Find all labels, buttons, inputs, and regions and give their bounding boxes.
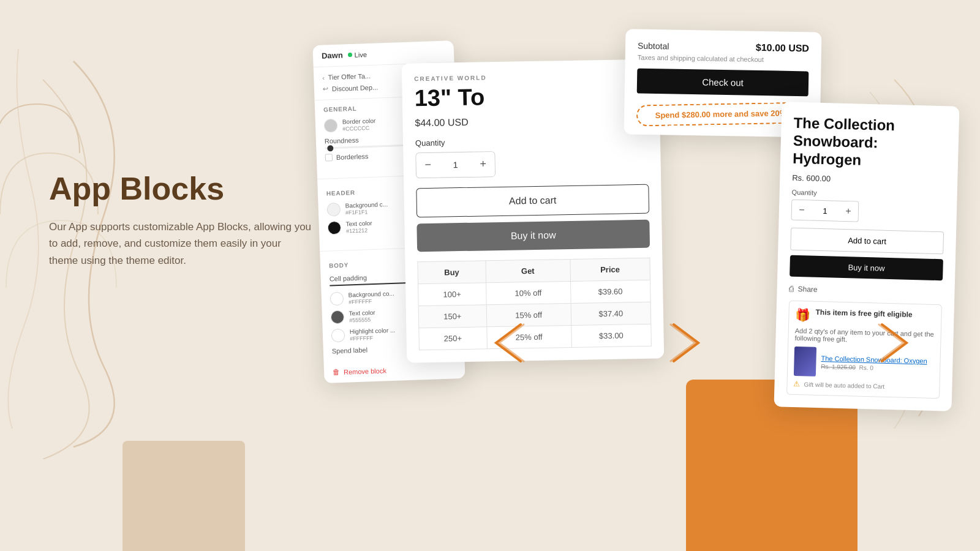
orange-arrow-right: [662, 318, 710, 367]
border-color-label: Border color: [342, 118, 376, 126]
header-text-value: #121212: [346, 227, 372, 234]
page-title: App Blocks: [49, 171, 312, 206]
body-bg-info: Background co... #FFFFFF: [349, 290, 395, 305]
tier-buy-3: 250+: [419, 327, 487, 350]
detail-qty-plus[interactable]: +: [839, 201, 859, 222]
header-bg-info: Background c... #F1F1F1: [345, 201, 388, 216]
product-price: $44.00 USD: [415, 114, 647, 129]
nav-discount-icon: ↩: [323, 84, 328, 92]
detail-title: The Collection Snowboard: Hydrogen: [793, 114, 947, 171]
quantity-label: Quantity: [415, 134, 648, 148]
live-dot: [348, 53, 352, 57]
body-highlight-value: #FFFFFF: [350, 334, 396, 342]
nav-back-icon: ‹: [322, 74, 325, 81]
border-color-value: #CCCCCC: [342, 125, 376, 132]
detail-qty-control: − 1 +: [791, 200, 859, 222]
body-text-label: Text color: [349, 309, 375, 317]
qty-plus-button[interactable]: +: [471, 152, 495, 177]
nav-discount-label: Discount Dep...: [332, 83, 379, 92]
borderless-checkbox[interactable]: [325, 154, 333, 161]
border-color-swatch[interactable]: [324, 119, 338, 133]
quantity-control: − 1 +: [415, 151, 496, 178]
tier-price-1: $39.60: [570, 280, 650, 303]
gift-product-image: [794, 347, 816, 377]
nav-tier-label: Tier Offer Ta...: [328, 72, 371, 81]
header-bg-swatch[interactable]: [326, 203, 341, 217]
body-bg-swatch[interactable]: [330, 292, 344, 306]
live-label: Live: [354, 51, 367, 59]
header-text-info: Text color #121212: [345, 220, 372, 234]
remove-block-label: Remove block: [344, 367, 386, 375]
tier-table: Buy Get Price 100+ 10% off $39.60 150+ 1…: [417, 257, 651, 350]
detail-card: The Collection Snowboard: Hydrogen Rs. 6…: [774, 102, 960, 411]
gift-warning: ⚠ Gift will be auto added to Cart: [793, 380, 933, 392]
header-bg-value: #F1F1F1: [345, 208, 388, 216]
cart-subtotal-row: Subtotal $10.00 USD: [638, 40, 809, 54]
detail-qty-minus[interactable]: −: [792, 200, 812, 220]
product-brand: CREATIVE WORLD: [414, 72, 647, 83]
tier-buy-1: 100+: [418, 283, 486, 306]
tier-price-3: $33.00: [571, 324, 651, 347]
body-bg-value: #FFFFFF: [349, 298, 394, 305]
cart-taxes: Taxes and shipping calculated at checkou…: [638, 54, 809, 64]
live-badge: Live: [347, 51, 367, 59]
tier-buy-2: 150+: [418, 305, 486, 328]
gift-product-info: The Collection Snowboard: Oxygen Rs. 1,9…: [821, 354, 927, 373]
qty-minus-button[interactable]: −: [416, 152, 440, 178]
tier-get-2: 15% off: [486, 303, 571, 326]
bg-tan-block: [123, 441, 245, 551]
gift-sale-price: Rs. 0: [859, 364, 873, 372]
cart-subtotal-value: $10.00 USD: [756, 42, 809, 54]
border-color-info: Border color #CCCCCC: [342, 118, 376, 132]
detail-add-to-cart-button[interactable]: Add to cart: [790, 228, 944, 255]
body-text-swatch[interactable]: [331, 310, 345, 324]
header-text-label: Text color: [345, 220, 372, 228]
gift-warning-text: Gift will be auto added to Cart: [804, 381, 884, 389]
borderless-label: Borderless: [336, 152, 369, 161]
trash-icon: 🗑: [333, 368, 340, 377]
tier-header-buy: Buy: [418, 261, 486, 284]
share-label: Share: [797, 285, 817, 294]
gift-header: 🎁 This item is free gift eligible: [795, 307, 935, 326]
gift-title: This item is free gift eligible: [815, 308, 912, 319]
gift-product-price: Rs. 1,925.00 Rs. 0: [821, 363, 927, 373]
detail-price: Rs. 600.00: [792, 173, 945, 187]
body-highlight-swatch[interactable]: [331, 329, 345, 343]
tier-price-2: $37.40: [571, 302, 651, 325]
share-icon: ⎙: [789, 284, 794, 293]
warning-icon: ⚠: [793, 380, 800, 388]
cart-subtotal-label: Subtotal: [638, 41, 669, 51]
gift-icon: 🎁: [795, 307, 811, 323]
add-to-cart-button[interactable]: Add to cart: [416, 184, 649, 217]
qty-value: 1: [440, 160, 472, 170]
body-text-value: #555555: [349, 317, 375, 323]
buy-now-button[interactable]: Buy it now: [417, 219, 650, 252]
tier-get-3: 25% off: [486, 325, 571, 348]
tier-header-get: Get: [485, 259, 570, 282]
table-row: 250+ 25% off $33.00: [419, 324, 652, 350]
gift-box: 🎁 This item is free gift eligible Add 2 …: [786, 301, 942, 399]
body-highlight-info: Highlight color ... #FFFFFF: [350, 327, 396, 342]
roundness-thumb: [327, 145, 333, 151]
gift-product-row: The Collection Snowboard: Oxygen Rs. 1,9…: [794, 347, 934, 380]
product-title: 13" To: [414, 82, 647, 111]
body-text-info: Text color #555555: [349, 309, 376, 323]
share-row: ⎙ Share: [789, 284, 942, 298]
checkout-button[interactable]: Check out: [637, 69, 809, 97]
detail-qty-value: 1: [812, 206, 839, 216]
detail-qty-label: Quantity: [792, 189, 945, 200]
theme-name: Dawn: [322, 50, 343, 60]
left-content-section: App Blocks Our App supports customizable…: [49, 171, 312, 269]
tier-header-price: Price: [570, 258, 650, 281]
gift-original-price: Rs. 1,925.00: [821, 363, 856, 370]
detail-buy-now-button[interactable]: Buy it now: [790, 255, 943, 281]
header-text-swatch[interactable]: [327, 221, 341, 235]
page-description: Our App supports customizable App Blocks…: [49, 219, 312, 269]
gift-description: Add 2 qty's of any item to your cart and…: [794, 327, 935, 345]
tier-get-1: 10% off: [486, 281, 571, 304]
